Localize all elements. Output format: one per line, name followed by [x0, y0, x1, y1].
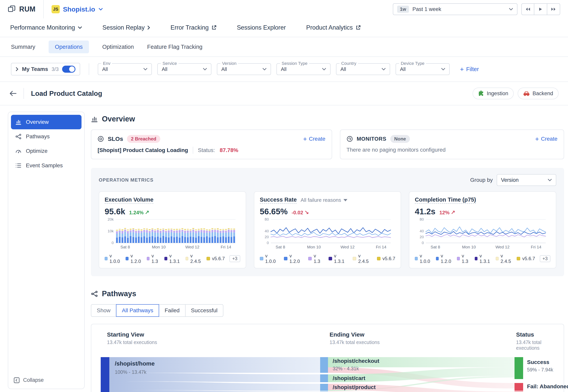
svg-text:Mon 10: Mon 10 [462, 245, 476, 249]
back-button[interactable] [9, 91, 16, 96]
version-dropdown[interactable]: Version All [217, 63, 271, 75]
chart-legend: v 1.0.0v 1.2.0v 1.3v 1.3.1v 2.4.5v5.6.7 [260, 253, 395, 264]
country-dropdown[interactable]: Country All [336, 63, 390, 75]
tab-operations[interactable]: Operations [49, 41, 89, 53]
slos-card: SLOs 2 Breached + Create [Shopist] Produ… [91, 129, 332, 159]
toggle-successful[interactable]: Successful [185, 304, 223, 317]
sidebar: Overview Pathways Optimize Event Samples… [8, 112, 85, 389]
env-dropdown[interactable]: Env All [98, 63, 152, 75]
my-teams-toggle[interactable] [62, 66, 75, 73]
legend-item[interactable]: v 1.3 [147, 253, 160, 264]
legend-item[interactable]: v 2.4.5 [496, 253, 512, 264]
legend-swatch [328, 257, 332, 260]
pathways-icon [91, 290, 98, 297]
legend-item[interactable]: v 1.2.0 [284, 253, 303, 264]
skip-forward-button[interactable] [547, 3, 560, 15]
legend-item[interactable]: v 2.4.5 [185, 253, 202, 264]
external-link-icon [212, 25, 216, 30]
legend-more-button[interactable]: +3 [540, 255, 550, 262]
nav-error-tracking[interactable]: Error Tracking [170, 24, 216, 31]
sankey-node-label[interactable]: /shopist/product [333, 384, 376, 391]
legend-item[interactable]: v5.6.7 [207, 256, 225, 261]
sankey-node-label[interactable]: /shopist/home [115, 360, 155, 367]
legend-item[interactable]: v5.6.7 [377, 256, 395, 261]
sankey-node-label[interactable]: /shopist/cart [333, 375, 365, 381]
tab-feature-flag-tracking[interactable]: Feature Flag Tracking [147, 44, 202, 50]
app-picker[interactable]: JS Shopist.io [52, 5, 103, 13]
rum-logo-icon [8, 5, 16, 13]
legend-more-button[interactable]: +3 [229, 255, 240, 262]
svg-text:40: 40 [265, 229, 269, 233]
legend-item[interactable]: v5.6.7 [517, 256, 535, 261]
legend-item[interactable]: v 1.2.0 [436, 253, 452, 264]
execution-volume-delta: 1.24%↗ [129, 209, 149, 216]
legend-item[interactable]: v 2.4.5 [353, 253, 372, 264]
legend-item[interactable]: v 1.0.0 [415, 253, 431, 264]
sankey-diagram[interactable] [101, 357, 551, 392]
legend-item[interactable]: v 1.3.1 [475, 253, 491, 264]
tab-summary[interactable]: Summary [11, 44, 35, 50]
monitors-title: MONITORS [357, 136, 386, 142]
legend-item[interactable]: v 1.3 [457, 253, 470, 264]
legend-item[interactable]: v 1.3.1 [164, 253, 181, 264]
add-filter-button[interactable]: + Filter [460, 66, 479, 72]
sidebar-item-pathways[interactable]: Pathways [11, 129, 82, 144]
backend-badge[interactable]: Backend [518, 88, 559, 99]
chevron-down-icon [509, 8, 513, 11]
divider [193, 147, 193, 154]
session-type-dropdown[interactable]: Session Type All [276, 63, 330, 75]
sankey-status-label[interactable]: Fail: Abandoned [527, 383, 568, 390]
sankey-status-label[interactable]: Success [527, 359, 549, 365]
failure-reasons-dropdown[interactable]: All failure reasons [300, 197, 347, 203]
my-teams-control[interactable]: My Teams 3/3 [11, 63, 80, 75]
pathways-heading: Pathways [91, 290, 564, 298]
pathways-filter-group: Show All Pathways Failed Successful [91, 304, 564, 317]
legend-item[interactable]: v 1.3.1 [328, 253, 348, 264]
completion-time-title[interactable]: Completion Time (p75) [415, 196, 476, 204]
sidebar-item-optimize[interactable]: Optimize [11, 144, 82, 158]
device-type-dropdown[interactable]: Device Type All [396, 63, 450, 75]
svg-text:Sat 8: Sat 8 [431, 245, 440, 249]
chevron-down-icon [322, 68, 326, 70]
legend-item[interactable]: v 1.0.0 [260, 253, 279, 264]
svg-text:Mon 10: Mon 10 [152, 245, 166, 249]
completion-time-chart: 8040200Sat 8Mon 10Wed 12Fri 14 [415, 217, 548, 250]
collapse-sidebar-button[interactable]: Collapse [14, 377, 44, 383]
collapse-icon [14, 377, 20, 383]
success-rate-delta: -0.02↘ [292, 209, 309, 216]
nav-session-replay[interactable]: Session Replay [102, 24, 150, 31]
success-rate-card: Success Rate All failure reasons 56.65% … [254, 191, 401, 268]
arrow-down-right-icon: ↘ [304, 209, 309, 216]
legend-swatch [496, 257, 499, 260]
nav-performance-monitoring[interactable]: Performance Monitoring [10, 24, 82, 31]
sankey-node-label[interactable]: /shopist/checkout [333, 358, 379, 364]
sidebar-item-overview[interactable]: Overview [11, 115, 82, 129]
create-monitor-button[interactable]: + Create [535, 136, 557, 142]
ingestion-badge[interactable]: Ingestion [473, 88, 514, 99]
nav-product-analytics[interactable]: Product Analytics [306, 24, 361, 31]
skip-back-button[interactable] [521, 3, 534, 15]
time-range-picker[interactable]: 1w Past 1 week [393, 3, 517, 15]
legend-item[interactable]: v 1.0.0 [105, 253, 121, 264]
slo-item-link[interactable]: [Shopist] Product Catalog Loading [98, 147, 188, 154]
bar-chart-icon [15, 119, 22, 125]
play-button[interactable] [534, 3, 547, 15]
group-by-select[interactable]: Version [497, 174, 556, 186]
plus-icon: + [535, 136, 539, 142]
execution-volume-title[interactable]: Execution Volume [105, 196, 153, 204]
chevron-down-icon [382, 68, 386, 70]
service-dropdown[interactable]: Service All [157, 63, 212, 75]
legend-swatch [126, 257, 128, 260]
toggle-failed[interactable]: Failed [159, 304, 185, 317]
sidebar-item-event-samples[interactable]: Event Samples [11, 158, 82, 173]
operation-metrics-panel: OPERATION METRICS Group by Version Execu… [91, 168, 564, 276]
toggle-all-pathways[interactable]: All Pathways [116, 304, 159, 317]
legend-item[interactable]: v 1.3 [308, 253, 324, 264]
create-slo-button[interactable]: + Create [303, 136, 326, 142]
tab-optimization[interactable]: Optimization [102, 44, 134, 50]
main-content: Overview SLOs 2 Breached + Create [Shopi… [91, 112, 564, 392]
legend-item[interactable]: v 1.2.0 [126, 253, 142, 264]
starting-view-header: Starting View 13.47k total executions [107, 331, 157, 345]
success-rate-title[interactable]: Success Rate [260, 196, 297, 204]
nav-sessions-explorer[interactable]: Sessions Explorer [237, 24, 286, 31]
